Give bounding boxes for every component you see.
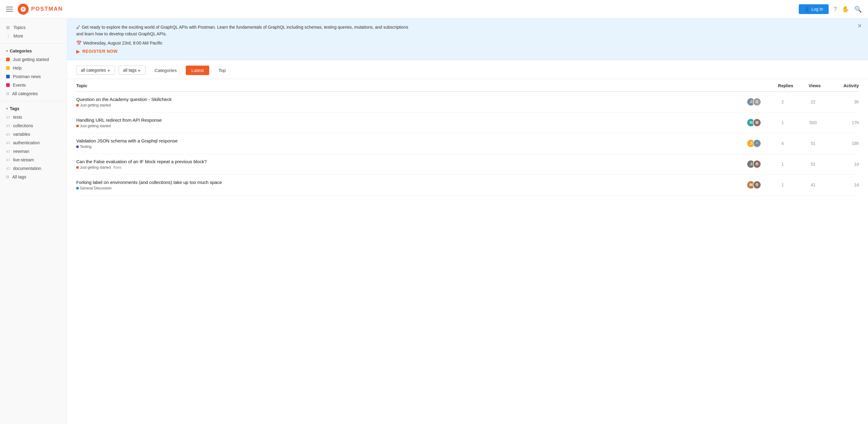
banner-date: 📅 Wednesday, August 23rd, 8:00 AM Pacifi… bbox=[76, 40, 859, 46]
user-icon: 👤 bbox=[804, 7, 809, 11]
sidebar-tag-authentication[interactable]: 🏷 authentication bbox=[0, 139, 67, 147]
tag-icon-newman: 🏷 bbox=[6, 149, 10, 154]
topic-replies: 2 bbox=[767, 99, 798, 104]
all-tags-filter[interactable]: all tags ▶ bbox=[119, 66, 146, 75]
category-color-dot bbox=[76, 104, 79, 107]
topic-info: Validation JSON schema with a Graphql re… bbox=[76, 138, 747, 149]
sidebar-tag-tests[interactable]: 🏷 tests bbox=[0, 113, 67, 121]
sidebar-item-postman-news[interactable]: Postman news bbox=[0, 72, 67, 81]
topic-replies: 4 bbox=[767, 141, 798, 146]
table-row: Question on the Academy question - Skill… bbox=[76, 92, 859, 113]
banner-close-button[interactable]: ✕ bbox=[857, 23, 862, 29]
topic-title-link[interactable]: Forking label on environments (and colle… bbox=[76, 180, 747, 185]
topic-category[interactable]: Testing bbox=[76, 145, 92, 149]
hamburger-menu[interactable] bbox=[6, 7, 13, 11]
sidebar-categories-header[interactable]: ▾ Categories bbox=[0, 47, 67, 55]
topic-title-link[interactable]: Validation JSON schema with a Graphql re… bbox=[76, 138, 747, 143]
table-row: Forking label on environments (and colle… bbox=[76, 175, 859, 195]
topic-tag[interactable]: flows bbox=[113, 165, 121, 170]
topic-activity: 18h bbox=[828, 141, 859, 146]
avatar: G bbox=[753, 98, 761, 106]
topics-toolbar: all categories ▶ all tags ▶ Categories L… bbox=[67, 60, 868, 79]
topic-category[interactable]: Just getting started bbox=[76, 103, 111, 108]
banner-date-text: Wednesday, August 23rd, 8:00 AM Pacific bbox=[83, 40, 162, 46]
sidebar-tags-section: ▾ Tags 🏷 tests 🏷 collections 🏷 variables… bbox=[0, 104, 67, 181]
sidebar-item-just-getting-started[interactable]: Just getting started bbox=[0, 55, 67, 64]
topic-avatars: JR bbox=[747, 160, 761, 169]
topic-category[interactable]: Just getting started bbox=[76, 124, 111, 128]
topic-replies: 1 bbox=[767, 182, 798, 187]
topic-views: 500 bbox=[798, 120, 828, 125]
topic-views: 22 bbox=[798, 99, 828, 104]
sidebar-categories-section: ▾ Categories Just getting started Help P… bbox=[0, 47, 67, 98]
topic-meta: Testing bbox=[76, 145, 747, 149]
sidebar-tag-newman[interactable]: 🏷 newman bbox=[0, 147, 67, 156]
logo-text: POSTMAN bbox=[31, 6, 63, 12]
sidebar-item-all-categories[interactable]: ⊟ All categories bbox=[0, 89, 67, 98]
logo[interactable]: POSTMAN bbox=[18, 4, 63, 14]
category-color-dot bbox=[76, 146, 79, 148]
topic-title-link[interactable]: Can the False evaluation of an IF block … bbox=[76, 159, 747, 164]
sidebar-tag-variables[interactable]: 🏷 variables bbox=[0, 130, 67, 139]
sidebar-item-more[interactable]: ⋮ More bbox=[0, 32, 67, 40]
topic-meta: Just getting started bbox=[76, 124, 747, 128]
sidebar-item-help[interactable]: Help bbox=[0, 64, 67, 72]
category-dot-jgs bbox=[6, 58, 10, 61]
topic-avatars: J~ bbox=[747, 139, 761, 148]
topic-avatars: MR bbox=[747, 181, 761, 189]
sidebar-all-tags[interactable]: ⊟ All tags bbox=[0, 173, 67, 181]
topic-activity: 3h bbox=[828, 99, 859, 104]
sidebar-item-topics[interactable]: ⊞ Topics bbox=[0, 23, 67, 32]
topic-title-link[interactable]: Handling URL redirect from API Response bbox=[76, 117, 747, 123]
topic-views: 41 bbox=[798, 182, 828, 187]
col-header-topic: Topic bbox=[76, 83, 770, 88]
topic-info: Question on the Academy question - Skill… bbox=[76, 97, 747, 108]
sidebar-tags-header[interactable]: ▾ Tags bbox=[0, 104, 67, 113]
register-now-link[interactable]: REGISTER NOW bbox=[82, 49, 118, 54]
sidebar-tag-live-stream[interactable]: 🏷 live-stream bbox=[0, 156, 67, 164]
all-categories-icon: ⊟ bbox=[6, 92, 9, 96]
banner-register: ▶ REGISTER NOW bbox=[76, 49, 859, 54]
avatar: R bbox=[753, 181, 761, 189]
tag-icon-tests: 🏷 bbox=[6, 115, 10, 120]
tag-icon-authentication: 🏷 bbox=[6, 141, 10, 145]
login-button[interactable]: 👤 Log In bbox=[799, 4, 829, 14]
more-dots-icon: ⋮ bbox=[6, 34, 10, 38]
topic-replies: 1 bbox=[767, 120, 798, 125]
avatar: ~ bbox=[753, 139, 761, 148]
sidebar-item-events[interactable]: Events bbox=[0, 81, 67, 89]
topic-info: Forking label on environments (and colle… bbox=[76, 180, 747, 190]
hand-icon[interactable]: ✋ bbox=[842, 5, 849, 13]
table-row: Validation JSON schema with a Graphql re… bbox=[76, 133, 859, 154]
topic-activity: 17h bbox=[828, 120, 859, 125]
topic-info: Can the False evaluation of an IF block … bbox=[76, 159, 747, 170]
topic-meta: Just getting started flows bbox=[76, 165, 747, 170]
layout: ⊞ Topics ⋮ More ▾ Categories Just gettin… bbox=[0, 18, 868, 424]
topic-avatars: JG bbox=[747, 98, 761, 106]
tab-top[interactable]: Top bbox=[213, 66, 231, 75]
table-row: Can the False evaluation of an IF block … bbox=[76, 154, 859, 175]
category-color-dot bbox=[76, 187, 79, 189]
table-row: Handling URL redirect from API Response … bbox=[76, 113, 859, 133]
sidebar-tag-documentation[interactable]: 🏷 documentation bbox=[0, 164, 67, 173]
tag-icon-live-stream: 🏷 bbox=[6, 158, 10, 162]
sidebar-topics-section: ⊞ Topics ⋮ More bbox=[0, 23, 67, 40]
play-icon: ▶ bbox=[76, 49, 80, 54]
topic-rows-container: Question on the Academy question - Skill… bbox=[76, 92, 859, 195]
sidebar-tag-collections[interactable]: 🏷 collections bbox=[0, 121, 67, 130]
topic-meta: Just getting started bbox=[76, 103, 747, 108]
sidebar: ⊞ Topics ⋮ More ▾ Categories Just gettin… bbox=[0, 18, 67, 424]
all-categories-filter[interactable]: all categories ▶ bbox=[76, 66, 115, 75]
avatar: R bbox=[753, 160, 761, 169]
categories-arrow-icon: ▶ bbox=[108, 69, 111, 72]
category-dot-help bbox=[6, 66, 10, 70]
search-icon[interactable]: 🔍 bbox=[854, 5, 862, 13]
topic-category[interactable]: General Discussion bbox=[76, 186, 112, 190]
help-icon[interactable]: ? bbox=[834, 5, 837, 12]
tab-latest[interactable]: Latest bbox=[186, 66, 209, 75]
header-left: POSTMAN bbox=[6, 4, 63, 14]
topic-category[interactable]: Just getting started bbox=[76, 165, 111, 170]
topic-title-link[interactable]: Question on the Academy question - Skill… bbox=[76, 97, 747, 102]
tab-categories[interactable]: Categories bbox=[149, 66, 182, 75]
topic-meta: General Discussion bbox=[76, 186, 747, 190]
